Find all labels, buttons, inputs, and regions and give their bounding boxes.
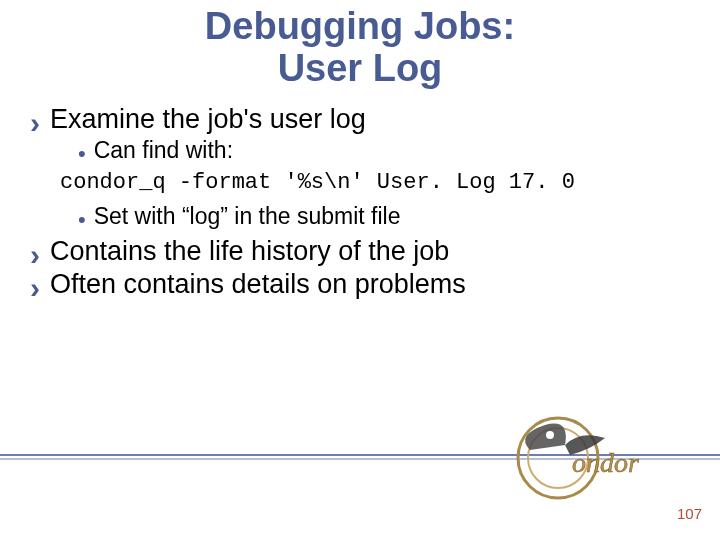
bullet-3-text: Often contains details on problems xyxy=(50,269,466,300)
title-line-1: Debugging Jobs: xyxy=(0,6,720,48)
slide-title: Debugging Jobs: User Log xyxy=(0,0,720,104)
dot-icon: • xyxy=(78,209,86,231)
bullet-1: › Examine the job's user log xyxy=(30,104,700,135)
bullet-2-text: Contains the life history of the job xyxy=(50,236,449,267)
slide-content: › Examine the job's user log • Can find … xyxy=(0,104,720,300)
logo-text: ondor xyxy=(572,447,639,478)
svg-point-2 xyxy=(546,431,554,439)
caret-icon: › xyxy=(30,240,40,270)
sub-bullet-1: • Can find with: xyxy=(78,137,690,164)
dot-icon: • xyxy=(78,143,86,165)
sub-block-1: • Can find with: xyxy=(30,137,700,164)
caret-icon: › xyxy=(30,273,40,303)
bullet-1-text: Examine the job's user log xyxy=(50,104,366,135)
page-number: 107 xyxy=(677,505,702,522)
caret-icon: › xyxy=(30,108,40,138)
sub-bullet-2: • Set with “log” in the submit file xyxy=(78,203,690,230)
bullet-3: › Often contains details on problems xyxy=(30,269,700,300)
sub-bullet-2-text: Set with “log” in the submit file xyxy=(94,203,401,230)
condor-logo: ondor xyxy=(510,400,680,510)
sub-bullet-1-text: Can find with: xyxy=(94,137,233,164)
bullet-2: › Contains the life history of the job xyxy=(30,236,700,267)
code-line: condor_q -format '%s\n' User. Log 17. 0 xyxy=(30,170,700,195)
sub-block-2: • Set with “log” in the submit file xyxy=(30,203,700,230)
title-line-2: User Log xyxy=(0,48,720,90)
